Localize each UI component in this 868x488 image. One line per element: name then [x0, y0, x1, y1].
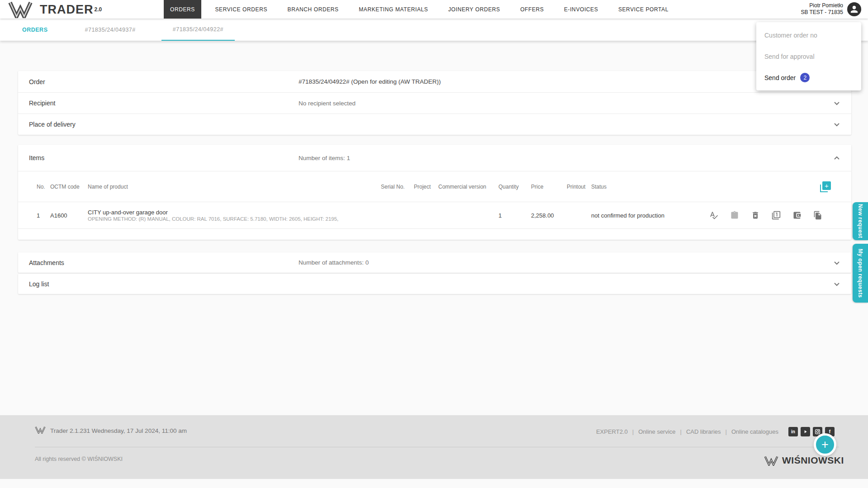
order-value: #71835/24/04922# (Open for editing (AW T… — [299, 78, 831, 85]
nav-item-service-orders[interactable]: SERVICE ORDERS — [209, 0, 274, 19]
separator: | — [632, 428, 634, 435]
order-tab-bar: ORDERS #71835/24/04937# #71835/24/04922# — [0, 19, 868, 41]
nav-item-joinery-orders[interactable]: JOINERY ORDERS — [442, 0, 507, 19]
attachments-count: Number of attachments: 0 — [299, 259, 831, 266]
product-description: OPENING METHOD: (R) MANUAL, COLOUR: RAL … — [88, 216, 381, 222]
duplicate-item-button[interactable] — [813, 211, 822, 220]
cell-price: 2,258.00 — [531, 212, 567, 219]
brand-logo[interactable]: TRADER2.0 — [8, 0, 102, 19]
item-report-button[interactable] — [730, 211, 739, 220]
footer-version-text: Trader 2.1.231 Wednesday, 17 Jul 2024, 1… — [50, 427, 187, 434]
items-label: Items — [18, 154, 299, 161]
row-actions — [688, 211, 851, 220]
items-header-row[interactable]: Items Number of items: 1 — [18, 145, 851, 171]
nav-item-e-invoices[interactable]: E-INVOICES — [558, 0, 604, 19]
user-name: Piotr Pomietło — [801, 2, 843, 9]
main-nav: ORDERS SERVICE ORDERS BRANCH ORDERS MARK… — [164, 0, 675, 19]
nav-item-service-portal[interactable]: SERVICE PORTAL — [612, 0, 675, 19]
menu-item-send-order[interactable]: Send order 2 — [756, 67, 861, 88]
my-open-requests-side-tab[interactable]: My open requests — [853, 244, 868, 303]
menu-item-send-order-label: Send order — [764, 74, 796, 81]
attachments-row[interactable]: Attachments Number of attachments: 0 — [18, 252, 851, 273]
attachments-label: Attachments — [18, 259, 299, 266]
wisniowski-w-icon — [764, 455, 778, 466]
new-request-side-tab[interactable]: New request — [853, 202, 868, 240]
nav-item-marketing-materials[interactable]: MARKETING MATERIALS — [352, 0, 434, 19]
footer-link-online-catalogues[interactable]: Online catalogues — [731, 428, 778, 435]
linkedin-icon[interactable]: in — [788, 427, 798, 436]
recipient-value: No recipient selected — [299, 100, 831, 107]
trader-app-screen: TRADER2.0 ORDERS SERVICE ORDERS BRANCH O… — [0, 0, 868, 488]
delete-forever-icon — [751, 211, 760, 220]
cell-product: CITY up-and-over garage door OPENING MET… — [88, 209, 381, 222]
clipboard-icon — [730, 211, 739, 220]
footer-link-cad-libraries[interactable]: CAD libraries — [686, 428, 721, 435]
col-header-printout: Printout — [567, 184, 591, 190]
youtube-icon[interactable] — [801, 427, 810, 436]
add-fab-button[interactable]: + — [814, 433, 836, 456]
tab-order-04922[interactable]: #71835/24/04922# — [161, 19, 235, 41]
separator: | — [680, 428, 682, 435]
tab-order-04937[interactable]: #71835/24/04937# — [73, 19, 147, 41]
brand-name: TRADER — [40, 3, 94, 17]
col-header-quantity: Quantity — [498, 184, 531, 190]
nav-item-offers[interactable]: OFFERS — [514, 0, 550, 19]
log-list-row[interactable]: Log list — [18, 274, 851, 294]
user-avatar[interactable] — [847, 2, 861, 16]
footer-link-online-service[interactable]: Online service — [638, 428, 675, 435]
col-header-price: Price — [531, 184, 567, 190]
attachments-expand-button[interactable] — [831, 257, 842, 268]
order-actions-menu: Customer order no Send for approval Send… — [756, 22, 861, 90]
recipient-expand-button[interactable] — [831, 98, 842, 109]
send-order-count-badge: 2 — [800, 73, 810, 82]
attachments-card: Attachments Number of attachments: 0 — [18, 252, 851, 273]
footer-divider — [35, 447, 839, 447]
col-header-status: Status — [591, 184, 688, 190]
cell-no: 1 — [37, 212, 50, 219]
footer-brand-name: WIŚNIOWSKI — [782, 455, 844, 466]
delete-item-button[interactable] — [751, 211, 760, 220]
order-summary-card: Order #71835/24/04922# (Open for editing… — [18, 71, 851, 135]
copy-quantity-button[interactable] — [772, 211, 781, 220]
order-row: Order #71835/24/04922# (Open for editing… — [18, 71, 851, 92]
menu-item-send-for-approval[interactable]: Send for approval — [756, 46, 861, 67]
items-collapse-button[interactable] — [831, 152, 842, 163]
verify-item-button[interactable] — [709, 211, 718, 220]
items-count: Number of items: 1 — [299, 155, 831, 161]
product-name: CITY up-and-over garage door — [88, 209, 381, 216]
cell-octm-code: A1600 — [50, 212, 88, 219]
order-label: Order — [18, 78, 299, 85]
footer: Trader 2.1.231 Wednesday, 17 Jul 2024, 1… — [0, 415, 868, 479]
tab-orders-list[interactable]: ORDERS — [11, 19, 59, 41]
user-info: Piotr Pomietło SB TEST - 71835 — [801, 2, 843, 16]
copyright-text: All rights reserved © WIŚNIOWSKI — [35, 456, 123, 462]
place-of-delivery-label: Place of delivery — [18, 121, 299, 128]
recipient-row[interactable]: Recipient No recipient selected — [18, 92, 851, 114]
item-price-button[interactable] — [792, 211, 802, 220]
add-item-button[interactable]: + — [820, 181, 831, 192]
wisniowski-w-icon — [8, 1, 33, 18]
brand-version: 2.0 — [95, 6, 102, 13]
nav-item-branch-orders[interactable]: BRANCH ORDERS — [281, 0, 345, 19]
log-list-card: Log list — [18, 274, 851, 294]
chevron-down-icon — [831, 279, 842, 289]
nav-item-orders[interactable]: ORDERS — [164, 0, 201, 19]
footer-brand-logo: WIŚNIOWSKI — [764, 455, 844, 466]
col-header-octm-code: OCTM code — [50, 184, 88, 190]
file-copy-icon — [813, 211, 822, 220]
menu-item-customer-order-no[interactable]: Customer order no — [756, 24, 861, 46]
wisniowski-w-icon — [35, 426, 46, 436]
separator: | — [726, 428, 727, 435]
place-of-delivery-row[interactable]: Place of delivery — [18, 114, 851, 135]
person-icon — [849, 4, 859, 14]
items-table-header: No. OCTM code Name of product Serial No.… — [18, 171, 851, 202]
table-row: 1 A1600 CITY up-and-over garage door OPE… — [18, 202, 851, 229]
app-bar: TRADER2.0 ORDERS SERVICE ORDERS BRANCH O… — [0, 0, 868, 19]
user-account: SB TEST - 71835 — [801, 9, 843, 16]
wallet-icon — [792, 211, 802, 220]
footer-link-expert[interactable]: EXPERT2.0 — [596, 428, 628, 435]
log-list-label: Log list — [18, 280, 299, 288]
col-header-serial-no: Serial No. — [381, 184, 414, 190]
log-list-expand-button[interactable] — [831, 279, 842, 289]
place-of-delivery-expand-button[interactable] — [831, 119, 842, 130]
